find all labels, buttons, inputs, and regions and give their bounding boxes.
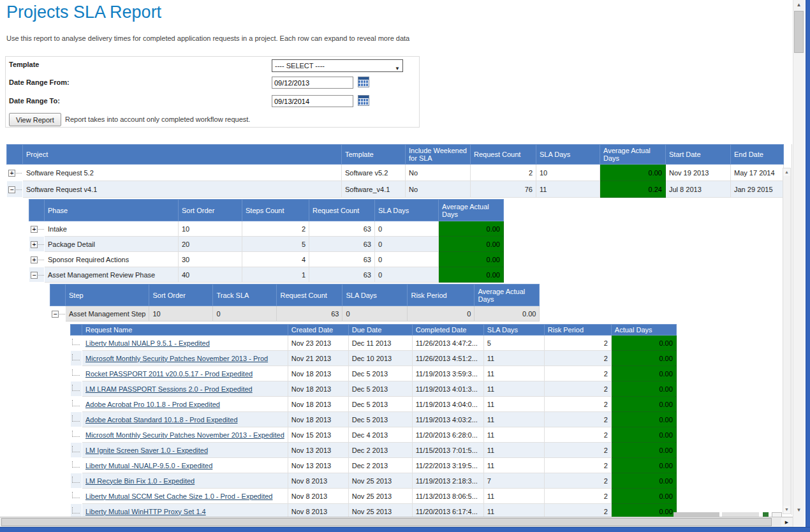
expand-cell bbox=[71, 381, 82, 397]
column-header[interactable]: Request Count bbox=[309, 200, 375, 221]
column-header[interactable]: Project bbox=[23, 145, 342, 165]
scroll-up-icon[interactable]: ▲ bbox=[783, 168, 790, 176]
view-report-button[interactable]: View Report bbox=[9, 113, 61, 126]
column-header[interactable]: Template bbox=[342, 145, 406, 165]
column-header[interactable]: Average Actual Days bbox=[475, 284, 540, 306]
cell-avg: 0.00 bbox=[439, 267, 504, 283]
cell-request_count: 2 bbox=[471, 165, 536, 181]
scroll-up-icon[interactable]: ▲ bbox=[793, 0, 804, 10]
column-header[interactable]: Risk Period bbox=[408, 284, 475, 306]
column-header[interactable]: Risk Period bbox=[544, 325, 611, 336]
cell-step: Asset Management Step bbox=[66, 306, 149, 321]
column-header[interactable]: Completed Date bbox=[412, 325, 483, 336]
cell-actual: 0.00 bbox=[611, 473, 676, 489]
expand-cell: + bbox=[29, 237, 45, 252]
column-header[interactable]: Created Date bbox=[288, 325, 348, 336]
column-header[interactable]: Average Actual Days bbox=[439, 200, 504, 221]
scroll-right-icon[interactable]: ▶ bbox=[781, 518, 792, 526]
grid-vertical-scrollbar[interactable]: ▲ ▼ bbox=[783, 168, 791, 514]
expand-column-header bbox=[7, 145, 23, 165]
cell-actual: 0.00 bbox=[611, 489, 676, 504]
column-header[interactable]: SLA Days bbox=[342, 284, 408, 306]
scroll-down-icon[interactable]: ▼ bbox=[793, 505, 804, 515]
request-link[interactable]: Liberty Mutual NUALP 9.5.1 - Expedited bbox=[85, 339, 210, 347]
cell-created: Nov 8 2013 bbox=[288, 489, 348, 504]
request-link[interactable]: LM Recycle Bin Fix 1.0 - Expedited bbox=[85, 477, 195, 485]
leaf-node-icon bbox=[72, 477, 80, 483]
expand-cell bbox=[71, 489, 82, 504]
request-link[interactable]: Liberty Mutual SCCM Set Cache Size 1.0 -… bbox=[85, 492, 272, 500]
request-link[interactable]: Adobe Acrobat Pro 10.1.8 - Prod Expedite… bbox=[85, 401, 220, 408]
cell-completed: 11/26/2013 4:47:2... bbox=[412, 336, 483, 351]
tree-dots bbox=[38, 228, 44, 230]
request-link[interactable]: Adobe Acrobat Standard 10.1.8 - Prod Exp… bbox=[85, 416, 238, 424]
vertical-scrollbar-thumb[interactable] bbox=[794, 11, 804, 53]
column-header[interactable]: Start Date bbox=[666, 145, 731, 165]
leaf-node-icon bbox=[72, 339, 80, 345]
expand-icon[interactable]: + bbox=[8, 170, 15, 177]
column-header[interactable]: Step bbox=[66, 284, 149, 306]
request-link[interactable]: Microsoft Monthly Security Patches Novem… bbox=[85, 355, 268, 362]
request-link[interactable]: Liberty Mutual -NUALP-9.5.0 - Expedited bbox=[85, 462, 212, 469]
leaf-node-icon bbox=[72, 415, 80, 422]
tree-dots bbox=[38, 244, 44, 245]
horizontal-scrollbar-thumb[interactable] bbox=[1, 518, 772, 526]
date-to-label: Date Range To: bbox=[9, 97, 60, 105]
request-table: Request NameCreated DateDue DateComplete… bbox=[70, 324, 677, 519]
step-level: StepSort OrderTrack SLARequest CountSLA … bbox=[50, 284, 792, 519]
report-grid: ProjectTemplateInclude Weekened for SLAR… bbox=[6, 144, 792, 519]
cell-name: Adobe Acrobat Pro 10.1.8 - Prod Expedite… bbox=[82, 397, 288, 412]
column-header[interactable]: Phase bbox=[45, 200, 179, 221]
cell-sort: 40 bbox=[179, 267, 242, 283]
cell-sla: 11 bbox=[483, 412, 544, 427]
cell-completed: 11/19/2013 4:01:3... bbox=[412, 381, 483, 397]
window-border-right bbox=[806, 0, 810, 532]
cell-sort: 10 bbox=[179, 221, 242, 237]
column-header[interactable]: Request Count bbox=[277, 284, 342, 306]
column-header[interactable]: Actual Days bbox=[611, 325, 676, 336]
request-link[interactable]: LM Ignite Screen Saver 1.0 - Expedited bbox=[85, 447, 208, 454]
column-header[interactable]: Request Count bbox=[471, 145, 536, 165]
date-to-calendar-button[interactable] bbox=[358, 95, 369, 106]
column-header[interactable]: Include Weekened for SLA bbox=[406, 145, 471, 165]
cell-completed: 11/19/2013 3:59:3... bbox=[412, 366, 483, 381]
leaf-node-icon bbox=[72, 507, 80, 514]
date-to-input[interactable] bbox=[272, 95, 353, 107]
tree-dots bbox=[59, 313, 65, 314]
project-table: ProjectTemplateInclude Weekened for SLAR… bbox=[6, 144, 784, 198]
request-row: Liberty Mutual -NUALP-9.5.0 - ExpeditedN… bbox=[71, 458, 677, 473]
collapse-icon[interactable]: − bbox=[52, 311, 59, 318]
page-vertical-scrollbar[interactable]: ▲ ▼ bbox=[793, 0, 804, 527]
cell-sort: 30 bbox=[179, 252, 242, 267]
expand-icon[interactable]: + bbox=[31, 241, 38, 248]
request-link[interactable]: Microsoft Monthly Security Patches Novem… bbox=[85, 431, 284, 439]
column-header[interactable]: Average Actual Days bbox=[600, 145, 666, 165]
date-from-input[interactable] bbox=[272, 77, 353, 89]
column-header[interactable]: Steps Count bbox=[242, 200, 309, 221]
cell-project: Software Request v4.1 bbox=[23, 181, 342, 198]
date-from-calendar-button[interactable] bbox=[358, 77, 369, 87]
expand-icon[interactable]: + bbox=[31, 256, 38, 263]
column-header[interactable]: Sort Order bbox=[149, 284, 213, 306]
column-header[interactable]: SLA Days bbox=[536, 145, 600, 165]
column-header[interactable]: Due Date bbox=[348, 325, 412, 336]
expand-icon[interactable]: + bbox=[31, 226, 38, 233]
template-select[interactable]: ---- SELECT ---- ▼ bbox=[272, 59, 403, 72]
column-header[interactable]: End Date bbox=[731, 145, 784, 165]
column-header[interactable]: Request Name bbox=[82, 325, 288, 336]
cell-requests: 63 bbox=[309, 267, 375, 283]
horizontal-scrollbar[interactable]: ▶ bbox=[0, 517, 793, 527]
request-row: Adobe Acrobat Pro 10.1.8 - Prod Expedite… bbox=[71, 397, 677, 412]
collapse-icon[interactable]: − bbox=[8, 186, 15, 193]
column-header[interactable]: SLA Days bbox=[483, 325, 544, 336]
column-header[interactable]: Track SLA bbox=[213, 284, 277, 306]
collapse-icon[interactable]: − bbox=[31, 272, 38, 279]
column-header[interactable]: Sort Order bbox=[179, 200, 242, 221]
scroll-down-icon[interactable]: ▼ bbox=[783, 506, 790, 514]
request-link[interactable]: Rocket PASSPORT 2011 v20.0.5.17 - Prod E… bbox=[85, 370, 253, 378]
cell-risk: 2 bbox=[544, 397, 611, 412]
request-link[interactable]: LM LRAM PASSPORT Sessions 2.0 - Prod Exp… bbox=[85, 385, 253, 393]
request-link[interactable]: Liberty Mutual WinHTTP Proxy Set 1.4 bbox=[85, 508, 206, 515]
column-header[interactable]: SLA Days bbox=[375, 200, 439, 221]
cell-due: Dec 5 2013 bbox=[348, 397, 412, 412]
